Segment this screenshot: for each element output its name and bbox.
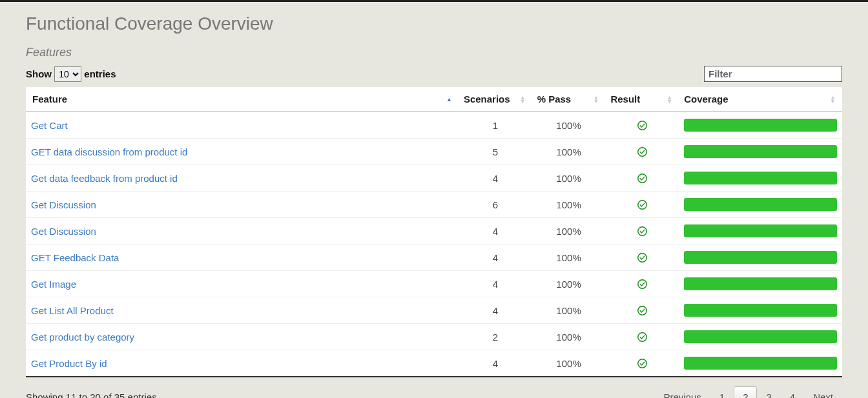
table-wrap: Feature ▲ Scenarios ▲▼ % Pass ▲▼ [26, 87, 842, 377]
main-container: Functional Coverage Overview Features Sh… [0, 2, 868, 398]
pass-cell: 100% [532, 271, 606, 297]
result-cell [605, 192, 679, 218]
result-cell [605, 165, 679, 192]
show-prefix: Show [26, 68, 52, 79]
feature-link[interactable]: Get Discussion [31, 226, 96, 237]
svg-point-4 [638, 227, 646, 235]
coverage-bar [684, 304, 837, 317]
coverage-bar [684, 277, 837, 290]
feature-cell: GET Feedback Data [26, 244, 459, 271]
coverage-cell [679, 139, 842, 165]
feature-cell: Get Cart [26, 112, 459, 139]
pagination-page-4[interactable]: 4 [781, 386, 804, 398]
coverage-cell [679, 218, 842, 244]
filter-input[interactable] [704, 66, 842, 82]
page-size-select[interactable]: 10 [54, 66, 81, 82]
scenarios-cell: 4 [459, 271, 532, 297]
feature-link[interactable]: Get Product By id [31, 358, 107, 369]
section-heading: Features [26, 46, 842, 59]
svg-point-0 [638, 121, 646, 130]
svg-point-2 [638, 174, 646, 183]
col-scenarios-label: Scenarios [464, 94, 510, 104]
coverage-cell [679, 165, 842, 192]
col-pass[interactable]: % Pass ▲▼ [532, 87, 606, 112]
pass-cell: 100% [532, 165, 606, 192]
pagination-previous[interactable]: Previous [654, 386, 710, 398]
result-cell [605, 350, 679, 377]
svg-point-3 [638, 201, 646, 209]
table-row: Get Image4100% [26, 271, 842, 297]
feature-link[interactable]: Get List All Product [31, 305, 114, 316]
result-cell [605, 271, 679, 297]
feature-link[interactable]: Get Discussion [31, 199, 96, 210]
svg-point-5 [638, 254, 646, 262]
table-row: Get List All Product4100% [26, 297, 842, 324]
pagination-page-3[interactable]: 3 [757, 386, 780, 398]
feature-cell: Get Product By id [26, 350, 459, 377]
feature-cell: Get Image [26, 271, 459, 297]
feature-link[interactable]: GET Feedback Data [31, 252, 119, 263]
check-circle-icon [637, 279, 648, 290]
table-row: Get Cart1100% [26, 112, 842, 139]
sort-both-icon: ▲▼ [666, 95, 672, 103]
col-scenarios[interactable]: Scenarios ▲▼ [459, 87, 532, 112]
pagination: Previous1234Next [654, 386, 842, 398]
coverage-bar [684, 330, 837, 343]
coverage-bar [684, 357, 837, 370]
table-row: Get Discussion6100% [26, 192, 842, 218]
table-body: Get Cart1100%GET data discussion from pr… [26, 112, 842, 376]
filter-box [704, 66, 842, 82]
page-title: Functional Coverage Overview [26, 14, 842, 34]
coverage-bar [684, 172, 837, 184]
col-result-label: Result [610, 94, 640, 104]
col-feature[interactable]: Feature ▲ [26, 87, 459, 112]
show-suffix: entries [84, 68, 116, 79]
feature-link[interactable]: Get Image [31, 279, 76, 290]
check-circle-icon [637, 252, 648, 263]
col-coverage-label: Coverage [684, 94, 728, 104]
result-cell [605, 112, 679, 139]
scenarios-cell: 5 [459, 139, 532, 165]
table-row: Get product by category2100% [26, 324, 842, 350]
coverage-bar [684, 119, 837, 132]
svg-point-1 [638, 148, 646, 156]
pass-cell: 100% [532, 139, 606, 165]
col-coverage[interactable]: Coverage ▲▼ [679, 87, 842, 112]
table-row: GET data discussion from product id5100% [26, 139, 842, 165]
feature-link[interactable]: Get Cart [31, 120, 68, 131]
svg-point-8 [638, 333, 646, 341]
table-row: Get Discussion4100% [26, 218, 842, 244]
pagination-page-2[interactable]: 2 [734, 386, 757, 398]
sort-both-icon: ▲▼ [594, 95, 599, 103]
check-circle-icon [637, 146, 648, 157]
check-circle-icon [637, 305, 648, 316]
sort-both-icon: ▲▼ [830, 95, 836, 103]
table-row: Get data feedback from product id4100% [26, 165, 842, 192]
feature-link[interactable]: Get product by category [31, 332, 134, 343]
sort-asc-icon: ▲ [446, 97, 452, 101]
feature-cell: Get data feedback from product id [26, 165, 459, 192]
coverage-bar [684, 145, 837, 158]
controls-row: Show 10 entries [26, 66, 842, 82]
feature-cell: GET data discussion from product id [26, 139, 459, 165]
check-circle-icon [637, 173, 648, 184]
pagination-page-1[interactable]: 1 [710, 386, 734, 398]
table-row: Get Product By id4100% [26, 350, 842, 377]
pagination-next[interactable]: Next [804, 386, 842, 398]
pass-cell: 100% [532, 218, 606, 244]
result-cell [605, 324, 679, 350]
col-result[interactable]: Result ▲▼ [605, 87, 679, 112]
table-header-row: Feature ▲ Scenarios ▲▼ % Pass ▲▼ [26, 87, 842, 112]
scenarios-cell: 2 [459, 324, 532, 350]
coverage-cell [679, 297, 842, 324]
feature-cell: Get Discussion [26, 192, 459, 218]
scenarios-cell: 4 [459, 165, 532, 192]
result-cell [605, 139, 679, 165]
check-circle-icon [637, 199, 648, 210]
coverage-bar [684, 198, 837, 211]
pass-cell: 100% [532, 112, 606, 139]
footer-row: Showing 11 to 20 of 35 entries Previous1… [26, 386, 842, 398]
feature-link[interactable]: GET data discussion from product id [31, 146, 187, 157]
feature-cell: Get Discussion [26, 218, 459, 244]
feature-link[interactable]: Get data feedback from product id [31, 173, 178, 184]
